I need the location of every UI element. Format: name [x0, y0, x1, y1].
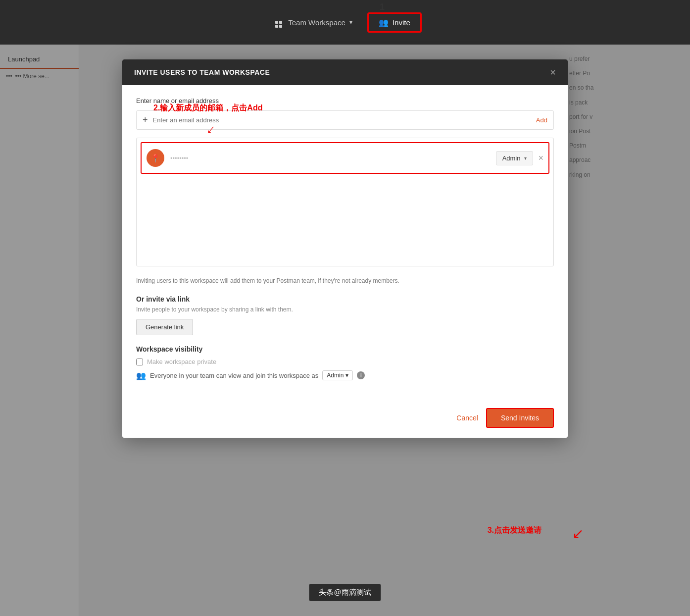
make-private-row: Make workspace private [136, 358, 554, 365]
watermark-text: 头条@雨滴测试 [319, 588, 371, 597]
workspace-dropdown-arrow: ▾ [349, 19, 352, 26]
annotation-2-text: 2.输入新成员的邮箱，点击Add [153, 103, 262, 113]
member-row: 📍 •••••••• Admin ▾ × [141, 142, 549, 174]
role-label: Admin [502, 154, 521, 162]
invite-button[interactable]: 👥 Invite [367, 12, 422, 33]
annotation-1-number: 1 [380, 2, 385, 12]
workspace-visibility-section: Workspace visibility Make workspace priv… [136, 345, 554, 380]
chevron-down-icon: ▾ [524, 155, 527, 161]
modal-title: INVITE USERS TO TEAM WORKSPACE [134, 68, 270, 76]
member-avatar: 📍 [147, 149, 164, 167]
member-name: •••••••• [170, 154, 496, 162]
watermark: 头条@雨滴测试 [309, 584, 381, 601]
modal-body: Enter name or email address + Add 📍 ••••… [122, 85, 568, 402]
annotation-3-arrow: ↙ [572, 525, 584, 542]
team-icon: 👥 [136, 371, 146, 380]
workspace-button[interactable]: Team Workspace ▾ [268, 13, 359, 32]
grid-icon [275, 17, 284, 28]
send-invites-button[interactable]: Send Invites [486, 408, 554, 428]
everyone-role-label: Admin [327, 372, 344, 379]
modal-header: INVITE USERS TO TEAM WORKSPACE × [122, 59, 568, 85]
everyone-text: Everyone in your team can view and join … [150, 372, 318, 379]
everyone-row: 👥 Everyone in your team can view and joi… [136, 370, 554, 380]
plus-icon[interactable]: + [143, 115, 148, 125]
avatar-icon: 📍 [150, 154, 160, 163]
everyone-chevron-icon: ▾ [345, 372, 348, 379]
member-list-box: 📍 •••••••• Admin ▾ × [136, 138, 554, 266]
annotation-3-text: 3.点击发送邀请 [488, 525, 542, 536]
make-private-label: Make workspace private [147, 358, 216, 365]
make-private-checkbox[interactable] [136, 359, 143, 365]
top-navbar: 1 Team Workspace ▾ 👥 Invite [0, 0, 690, 45]
modal-overlay: INVITE USERS TO TEAM WORKSPACE × Enter n… [0, 45, 690, 616]
add-link[interactable]: Add [536, 116, 547, 124]
via-link-heading: Or invite via link [136, 295, 554, 303]
invite-note: Inviting users to this workspace will ad… [136, 276, 554, 285]
remove-member-button[interactable]: × [538, 153, 543, 163]
everyone-role-select[interactable]: Admin ▾ [322, 370, 353, 380]
invite-label: Invite [393, 18, 410, 27]
generate-link-button[interactable]: Generate link [136, 319, 193, 335]
workspace-label: Team Workspace [288, 18, 345, 27]
modal-footer: Cancel Send Invites [122, 402, 568, 438]
via-link-desc: Invite people to your workspace by shari… [136, 306, 554, 313]
cancel-button[interactable]: Cancel [456, 414, 478, 422]
visibility-title: Workspace visibility [136, 345, 554, 353]
modal-close-button[interactable]: × [550, 67, 556, 77]
invite-people-icon: 👥 [379, 18, 389, 27]
role-select[interactable]: Admin ▾ [496, 151, 534, 165]
email-input[interactable] [153, 116, 536, 124]
info-icon[interactable]: i [357, 371, 365, 379]
invite-modal: INVITE USERS TO TEAM WORKSPACE × Enter n… [122, 59, 568, 438]
